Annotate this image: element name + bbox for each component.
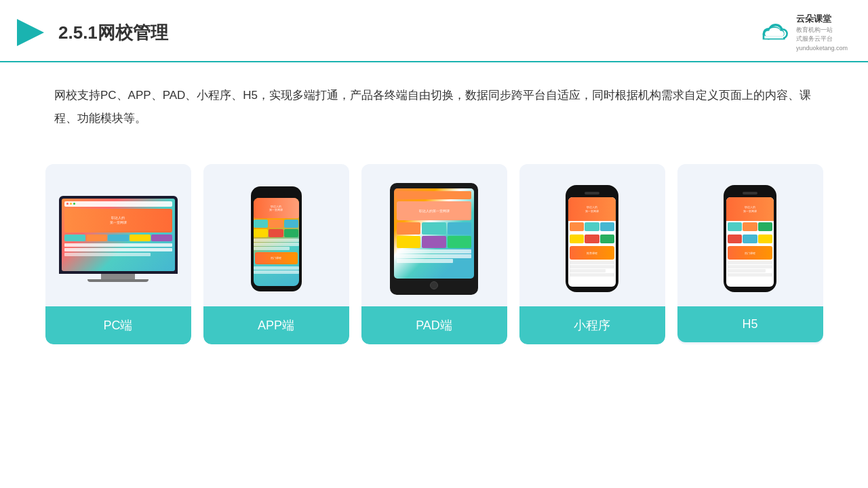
cards-container: 职达人的第一堂网课 xyxy=(0,150,868,365)
page-title: 2.5.1网校管理 xyxy=(58,21,168,45)
brand-name: 云朵课堂 xyxy=(796,12,848,26)
pc-mockup: 职达人的第一堂网课 xyxy=(59,196,178,282)
svg-marker-0 xyxy=(17,19,44,46)
tablet-home-btn xyxy=(430,281,438,289)
description-text: 网校支持PC、APP、PAD、小程序、H5，实现多端打通，产品各终端自由切换，数… xyxy=(0,62,868,144)
card-pad-image: 职达人的第一堂网课 xyxy=(361,164,507,306)
card-miniprogram-label: 小程序 xyxy=(519,306,665,344)
brand-url: yunduoketang.com xyxy=(796,44,848,54)
card-pad-label: PAD端 xyxy=(361,306,507,344)
card-app-label: APP端 xyxy=(203,306,349,344)
brand-tagline1: 教育机构一站 xyxy=(796,26,848,35)
header-right: 云朵课堂 教育机构一站 式服务云平台 yunduoketang.com xyxy=(757,12,848,53)
brand-logo: 云朵课堂 教育机构一站 式服务云平台 yunduoketang.com xyxy=(757,12,848,53)
card-pc-label: PC端 xyxy=(45,306,191,344)
card-pc-image: 职达人的第一堂网课 xyxy=(45,164,191,306)
smartphone-h5: 职达人的第一堂网课 热门课程 xyxy=(724,185,776,292)
brand-text-block: 云朵课堂 教育机构一站 式服务云平台 yunduoketang.com xyxy=(796,12,848,53)
phone-mockup: 职达人的第一堂网课 xyxy=(251,186,302,291)
tablet-mockup: 职达人的第一堂网课 xyxy=(390,183,478,295)
brand-tagline2: 式服务云平台 xyxy=(796,35,848,44)
card-pad: 职达人的第一堂网课 xyxy=(361,164,507,344)
card-miniprogram-image: 职达人的第一堂网课 推荐课程 xyxy=(519,164,665,306)
card-h5-label: H5 xyxy=(677,306,823,342)
card-h5: 职达人的第一堂网课 热门课程 xyxy=(677,164,823,344)
header: 2.5.1网校管理 云朵课堂 教育机构一站 式服务云平台 xyxy=(0,0,868,62)
header-left: 2.5.1网校管理 xyxy=(14,16,168,49)
smartphone-miniprogram: 职达人的第一堂网课 推荐课程 xyxy=(566,185,618,292)
cloud-icon xyxy=(757,20,792,45)
card-miniprogram: 职达人的第一堂网课 推荐课程 xyxy=(519,164,665,344)
card-app-image: 职达人的第一堂网课 xyxy=(203,164,349,306)
card-pc: 职达人的第一堂网课 xyxy=(45,164,191,344)
card-h5-image: 职达人的第一堂网课 热门课程 xyxy=(677,164,823,306)
logo-play-icon xyxy=(14,16,47,49)
card-app: 职达人的第一堂网课 xyxy=(203,164,349,344)
